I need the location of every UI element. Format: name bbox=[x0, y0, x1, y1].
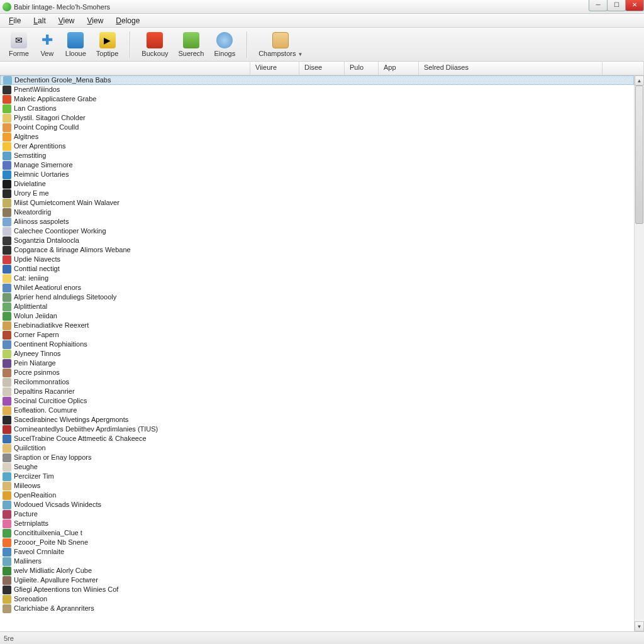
item-icon bbox=[3, 161, 11, 170]
menu-view1[interactable]: View bbox=[52, 15, 81, 26]
toolbar-group-2: Buckouy Suerech Einogs bbox=[136, 31, 240, 58]
list-item[interactable]: Ugiieite. Apvallure Foctwrer bbox=[0, 575, 634, 585]
minimize-button[interactable]: ─ bbox=[589, 0, 608, 11]
menu-file[interactable]: File bbox=[3, 15, 27, 26]
list-item[interactable]: Socinal Curcitioe Oplics bbox=[0, 396, 634, 406]
list-item[interactable]: Wodoued Vicsads Winidects bbox=[0, 500, 634, 509]
list-item[interactable]: Alprier hend alnduliegs Sitetoooly bbox=[0, 292, 634, 302]
list-item[interactable]: Faveol Crnnlaite bbox=[0, 547, 634, 557]
list-item[interactable]: Conttial nectigt bbox=[0, 264, 634, 274]
menu-lalt[interactable]: Lalt bbox=[27, 15, 52, 26]
item-icon bbox=[3, 350, 11, 358]
list-item[interactable]: Calechee Coontioper Working bbox=[0, 226, 634, 236]
item-icon bbox=[3, 501, 11, 509]
item-list: Dechention Groole_Mena BabsPnent\Wiiindo… bbox=[0, 75, 634, 631]
list-item[interactable]: Algitnes bbox=[0, 132, 634, 142]
column-name[interactable] bbox=[0, 62, 250, 75]
list-item[interactable]: Recilommonratios bbox=[0, 377, 634, 387]
toolbar-suerech-button[interactable]: Suerech bbox=[174, 31, 209, 58]
list-item[interactable]: Wolun Jeiidan bbox=[0, 311, 634, 321]
list-item[interactable]: Maliiners bbox=[0, 557, 634, 566]
list-item[interactable]: Sogantzia Dntaloocla bbox=[0, 236, 634, 245]
item-icon bbox=[3, 548, 11, 557]
list-item[interactable]: Copgarace & lirinage Alimors Webane bbox=[0, 245, 634, 255]
menu-deloge[interactable]: Deloge bbox=[109, 15, 146, 26]
list-item[interactable]: Nkeatordirig bbox=[0, 208, 634, 217]
vertical-scrollbar[interactable]: ▲ ▼ bbox=[634, 75, 644, 631]
item-label: Urory E me bbox=[14, 189, 49, 198]
scroll-up-button[interactable]: ▲ bbox=[635, 75, 644, 86]
list-item[interactable]: Pein Niatarge bbox=[0, 358, 634, 368]
list-item[interactable]: Soreoation bbox=[0, 594, 634, 604]
list-item[interactable]: Sacedirabinec Wivetings Apergmonts bbox=[0, 415, 634, 425]
toolbar-buckouy-button[interactable]: Buckouy bbox=[136, 31, 173, 58]
toolbar-toptipe-button[interactable]: ▶ Toptipe bbox=[91, 31, 123, 58]
play-icon: ▶ bbox=[99, 32, 116, 48]
list-item[interactable]: Cat: ieniing bbox=[0, 274, 634, 283]
list-item[interactable]: Comineantedlys Debiithev Aprdimlanies (T… bbox=[0, 425, 634, 434]
column-disee[interactable]: Disee bbox=[299, 62, 345, 75]
list-item[interactable]: welv Midliatic Alorly Cube bbox=[0, 566, 634, 575]
scroll-thumb[interactable] bbox=[635, 86, 643, 224]
list-item[interactable]: Pocre psinmos bbox=[0, 368, 634, 377]
list-item[interactable]: Enebinadiatikve Reexert bbox=[0, 321, 634, 330]
item-label: Setrniplatts bbox=[14, 519, 48, 528]
scroll-down-button[interactable]: ▼ bbox=[635, 621, 644, 631]
toolbar-llooue-button[interactable]: Llooue bbox=[60, 31, 91, 58]
column-selred[interactable]: Selred Diiases bbox=[419, 62, 602, 75]
item-icon bbox=[3, 491, 11, 500]
list-item[interactable]: Dechention Groole_Mena Babs bbox=[0, 75, 634, 85]
list-item[interactable]: Depaltins Racanrier bbox=[0, 387, 634, 396]
close-button[interactable]: ✕ bbox=[625, 0, 644, 11]
item-label: Faveol Crnnlaite bbox=[14, 547, 64, 557]
plus-icon: ✚ bbox=[39, 32, 55, 48]
list-item[interactable]: Coentinent Rophiaitions bbox=[0, 340, 634, 349]
list-item[interactable]: Piystil. Sitagori Cholder bbox=[0, 113, 634, 123]
scroll-track[interactable] bbox=[635, 86, 644, 621]
list-item[interactable]: OpenReaition bbox=[0, 491, 634, 500]
column-pulo[interactable]: Pulo bbox=[345, 62, 379, 75]
list-item[interactable]: Semstiting bbox=[0, 151, 634, 160]
list-item[interactable]: Updie Niavects bbox=[0, 255, 634, 264]
column-viieure[interactable]: Viieure bbox=[250, 62, 299, 75]
item-icon bbox=[3, 529, 11, 538]
list-item[interactable]: Miileows bbox=[0, 481, 634, 491]
list-item[interactable]: Makeic Applicastere Grabe bbox=[0, 94, 634, 104]
list-item[interactable]: Pacture bbox=[0, 509, 634, 519]
list-item[interactable]: Alyneey Tinnos bbox=[0, 349, 634, 358]
list-item[interactable]: Urory E me bbox=[0, 189, 634, 198]
list-item[interactable]: Pzooor_Poite Nb Snene bbox=[0, 538, 634, 547]
list-item[interactable]: Pnent\Wiiindos bbox=[0, 85, 634, 94]
list-item[interactable]: SucelTrabine Couce Attmeetic & Chakeece bbox=[0, 434, 634, 443]
shield-icon bbox=[147, 32, 163, 48]
list-item[interactable]: Whilet Aeatiorul enors bbox=[0, 283, 634, 292]
list-item[interactable]: Seughe bbox=[0, 462, 634, 472]
item-label: Makeic Applicastere Grabe bbox=[14, 94, 96, 104]
toolbar-forme-button[interactable]: ✉ Forme bbox=[4, 31, 34, 58]
list-item[interactable]: Perciizer Tim bbox=[0, 472, 634, 481]
list-item[interactable]: Alplittiental bbox=[0, 302, 634, 311]
list-item[interactable]: Siraption or Enay loppors bbox=[0, 453, 634, 462]
list-item[interactable]: Setrniplatts bbox=[0, 519, 634, 528]
toolbar-champstors-button[interactable]: Champstors▼ bbox=[253, 31, 308, 58]
list-item[interactable]: Corner Fapern bbox=[0, 330, 634, 340]
list-item[interactable]: Eofleation. Coumure bbox=[0, 406, 634, 415]
column-app[interactable]: App bbox=[379, 62, 419, 75]
item-icon bbox=[3, 378, 11, 387]
list-item[interactable]: Miist Qumietcoment Wain Walaver bbox=[0, 198, 634, 208]
list-item[interactable]: Concitituilxenia_Clue t bbox=[0, 528, 634, 538]
toolbar-vew-button[interactable]: ✚ Vew bbox=[34, 31, 60, 58]
list-item[interactable]: Pooint Coping Coulld bbox=[0, 123, 634, 132]
list-item[interactable]: Aliinoss saspolets bbox=[0, 217, 634, 226]
list-item[interactable]: Lan Crastions bbox=[0, 104, 634, 113]
list-item[interactable]: Quiilctition bbox=[0, 443, 634, 453]
list-item[interactable]: Gfiegi Apteentions ton Wiinies Cof bbox=[0, 585, 634, 594]
list-item[interactable]: Orer Aprentitions bbox=[0, 142, 634, 151]
maximize-button[interactable]: ☐ bbox=[607, 0, 626, 11]
menu-view2[interactable]: View bbox=[81, 15, 110, 26]
list-item[interactable]: Reimnic Uortaries bbox=[0, 170, 634, 179]
toolbar-einogs-button[interactable]: Einogs bbox=[209, 31, 241, 58]
list-item[interactable]: Divielatine bbox=[0, 179, 634, 189]
list-item[interactable]: Manage Simernore bbox=[0, 160, 634, 170]
list-item[interactable]: Clarichiabe & Aprannriters bbox=[0, 604, 634, 613]
